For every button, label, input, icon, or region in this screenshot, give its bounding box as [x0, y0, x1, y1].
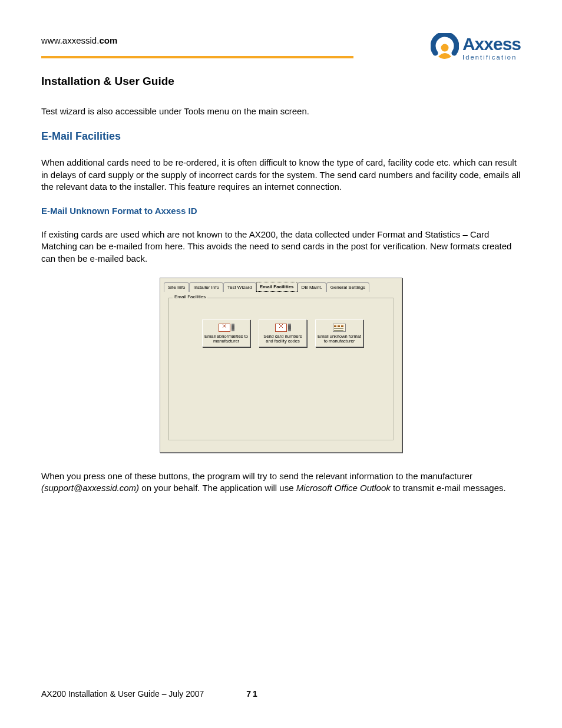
section-heading-email-facilities: E-Mail Facilities — [41, 130, 521, 143]
settings-dialog: Site Info Installer Info Test Wizard Ema… — [160, 278, 402, 453]
tab-site-info[interactable]: Site Info — [164, 282, 189, 292]
email-abnormalities-button[interactable]: Email abnormalities to manufacturer — [202, 319, 250, 347]
outlook-name: Microsoft Office Outlook — [296, 483, 391, 493]
groupbox-legend: Email Facilities — [173, 294, 207, 299]
press-pre: When you press one of these buttons, the… — [41, 471, 472, 481]
logo-name: Axxess — [462, 35, 521, 53]
send-card-numbers-button[interactable]: Send card numbers and facility codes — [259, 319, 307, 347]
page-header: www.axxessid.com Axxess Identification — [41, 35, 521, 75]
press-mid: on your behalf. The application will use — [139, 483, 296, 493]
header-url: www.axxessid.com — [41, 35, 431, 45]
screenshot-wrapper: Site Info Installer Info Test Wizard Ema… — [41, 278, 521, 453]
footer-text: AX200 Installation & User Guide – July 2… — [41, 689, 204, 699]
svg-point-0 — [441, 44, 448, 52]
logo-text: Axxess Identification — [462, 35, 521, 61]
press-buttons-paragraph: When you press one of these buttons, the… — [41, 470, 521, 495]
tab-email-facilities[interactable]: Email Facilities — [256, 282, 297, 292]
logo-tagline: Identification — [462, 54, 521, 61]
email-buttons-row: Email abnormalities to manufacturer Send… — [169, 298, 393, 347]
footer-page-number: 71 — [246, 689, 259, 699]
email-facilities-paragraph: When additional cards need to be re-orde… — [41, 157, 521, 193]
mail-icon — [260, 323, 305, 332]
url-domain: com — [99, 35, 117, 45]
page-footer: AX200 Installation & User Guide – July 2… — [41, 689, 521, 699]
dialog-tabstrip: Site Info Installer Info Test Wizard Ema… — [160, 278, 402, 292]
card-icon — [317, 323, 362, 332]
header-divider — [41, 56, 353, 58]
axxess-logo: Axxess Identification — [431, 33, 521, 62]
tab-test-wizard[interactable]: Test Wizard — [223, 282, 256, 292]
button-label: Email abnormalities to manufacturer — [204, 334, 249, 344]
button-label: Send card numbers and facility codes — [260, 334, 305, 344]
document-page: www.axxessid.com Axxess Identification I… — [0, 0, 562, 728]
intro-paragraph: Test wizard is also accessible under Too… — [41, 106, 521, 117]
document-title: Installation & User Guide — [41, 75, 521, 88]
logo-icon — [431, 33, 459, 62]
email-unknown-format-button[interactable]: Email unknown format to manufacturer — [315, 319, 363, 347]
press-post: to transmit e-mail messages. — [391, 483, 506, 493]
email-facilities-groupbox: Email Facilities Email abnormalities to … — [168, 298, 394, 440]
url-prefix: www.axxessid. — [41, 35, 99, 45]
unknown-format-paragraph: If existing cards are used which are not… — [41, 229, 521, 265]
tab-installer-info[interactable]: Installer Info — [189, 282, 223, 292]
tab-general-settings[interactable]: General Settings — [326, 282, 370, 292]
button-label: Email unknown format to manufacturer — [317, 334, 362, 344]
header-left: www.axxessid.com — [41, 35, 431, 75]
tab-db-maint[interactable]: DB Maint. — [297, 282, 326, 292]
subsection-heading-unknown-format: E-Mail Unknown Format to Axxess ID — [41, 206, 521, 216]
support-email: (support@axxessid.com) — [41, 483, 139, 493]
mail-icon — [204, 323, 249, 332]
